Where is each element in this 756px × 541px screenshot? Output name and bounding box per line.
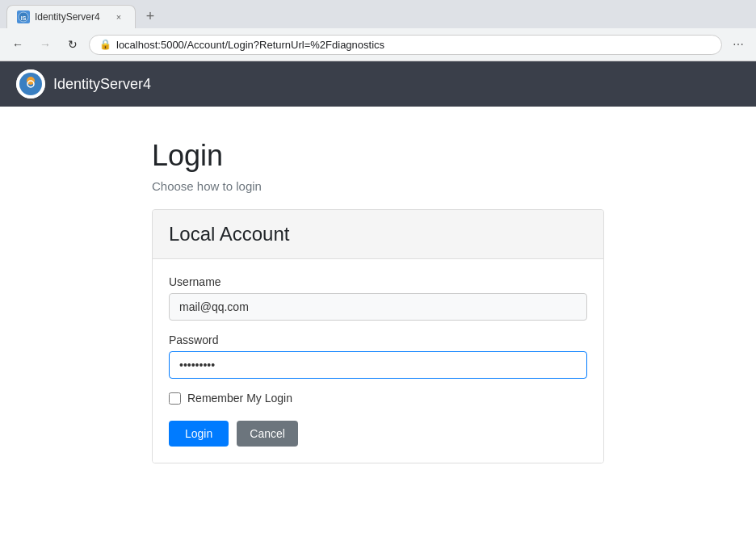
page-title: Login [152, 139, 223, 173]
browser-chrome: IS IdentityServer4 × + ← → ↻ 🔒 localhost… [0, 0, 756, 61]
password-input[interactable] [169, 351, 587, 379]
remember-checkbox[interactable] [169, 392, 181, 405]
tab-favicon: IS [17, 10, 30, 23]
forward-button[interactable]: → [34, 33, 57, 56]
card-header-title: Local Account [169, 223, 587, 245]
password-label: Password [169, 333, 587, 346]
tab-close-button[interactable]: × [112, 10, 125, 23]
username-input[interactable] [169, 293, 587, 321]
app-title: IdentityServer4 [53, 76, 151, 93]
username-group: Username [169, 275, 587, 321]
remember-label[interactable]: Remember My Login [187, 392, 292, 405]
card-body: Username Password Remember My Login Logi… [153, 259, 603, 463]
new-tab-button[interactable]: + [139, 6, 162, 28]
login-button[interactable]: Login [169, 421, 229, 447]
button-group: Login Cancel [169, 421, 587, 447]
browser-tab-active[interactable]: IS IdentityServer4 × [6, 5, 136, 28]
login-card: Local Account Username Password Remember… [152, 209, 604, 463]
lock-icon: 🔒 [99, 39, 111, 50]
page-subtitle: Choose how to login [152, 179, 262, 193]
card-header: Local Account [153, 210, 603, 259]
app-header: IdentityServer4 [0, 61, 756, 107]
address-bar[interactable]: 🔒 localhost:5000/Account/Login?ReturnUrl… [89, 35, 722, 55]
browser-tabs: IS IdentityServer4 × + [0, 0, 756, 28]
remember-me-group: Remember My Login [169, 392, 587, 405]
browser-toolbar: ← → ↻ 🔒 localhost:5000/Account/Login?Ret… [0, 28, 756, 61]
reload-button[interactable]: ↻ [61, 33, 84, 56]
more-actions-button[interactable]: ⋯ [727, 33, 750, 56]
address-text: localhost:5000/Account/Login?ReturnUrl=%… [116, 39, 712, 51]
tab-title: IdentityServer4 [35, 11, 107, 23]
logo-icon [16, 69, 45, 99]
back-button[interactable]: ← [6, 33, 29, 56]
main-content: Login Choose how to login Local Account … [0, 107, 756, 510]
username-label: Username [169, 275, 587, 288]
password-group: Password [169, 333, 587, 379]
cancel-button[interactable]: Cancel [237, 421, 298, 447]
app-logo: IdentityServer4 [16, 69, 151, 99]
svg-text:IS: IS [21, 15, 27, 21]
